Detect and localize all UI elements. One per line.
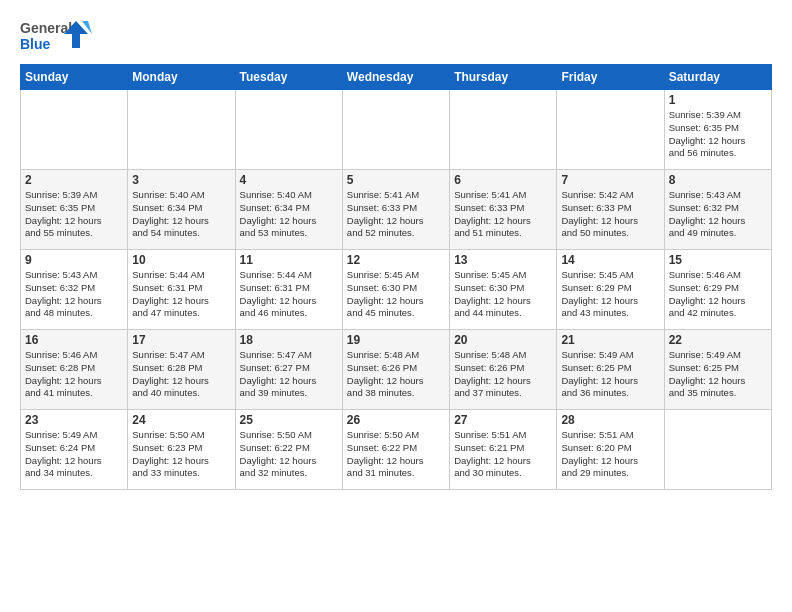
weekday-header-wednesday: Wednesday <box>342 65 449 90</box>
day-info: Sunrise: 5:46 AM Sunset: 6:28 PM Dayligh… <box>25 349 123 400</box>
calendar-cell: 27Sunrise: 5:51 AM Sunset: 6:21 PM Dayli… <box>450 410 557 490</box>
day-number: 2 <box>25 173 123 187</box>
calendar-cell: 28Sunrise: 5:51 AM Sunset: 6:20 PM Dayli… <box>557 410 664 490</box>
day-info: Sunrise: 5:39 AM Sunset: 6:35 PM Dayligh… <box>25 189 123 240</box>
calendar-cell: 16Sunrise: 5:46 AM Sunset: 6:28 PM Dayli… <box>21 330 128 410</box>
day-info: Sunrise: 5:43 AM Sunset: 6:32 PM Dayligh… <box>25 269 123 320</box>
calendar-cell: 19Sunrise: 5:48 AM Sunset: 6:26 PM Dayli… <box>342 330 449 410</box>
calendar-cell: 8Sunrise: 5:43 AM Sunset: 6:32 PM Daylig… <box>664 170 771 250</box>
logo: GeneralBlue <box>20 16 92 56</box>
calendar-cell: 20Sunrise: 5:48 AM Sunset: 6:26 PM Dayli… <box>450 330 557 410</box>
calendar-cell: 13Sunrise: 5:45 AM Sunset: 6:30 PM Dayli… <box>450 250 557 330</box>
calendar-cell <box>21 90 128 170</box>
calendar-cell <box>235 90 342 170</box>
calendar-cell: 17Sunrise: 5:47 AM Sunset: 6:28 PM Dayli… <box>128 330 235 410</box>
calendar-cell: 3Sunrise: 5:40 AM Sunset: 6:34 PM Daylig… <box>128 170 235 250</box>
calendar-cell: 1Sunrise: 5:39 AM Sunset: 6:35 PM Daylig… <box>664 90 771 170</box>
weekday-header-tuesday: Tuesday <box>235 65 342 90</box>
day-number: 10 <box>132 253 230 267</box>
week-row-4: 16Sunrise: 5:46 AM Sunset: 6:28 PM Dayli… <box>21 330 772 410</box>
day-number: 15 <box>669 253 767 267</box>
day-info: Sunrise: 5:45 AM Sunset: 6:30 PM Dayligh… <box>454 269 552 320</box>
day-info: Sunrise: 5:48 AM Sunset: 6:26 PM Dayligh… <box>347 349 445 400</box>
calendar-cell: 11Sunrise: 5:44 AM Sunset: 6:31 PM Dayli… <box>235 250 342 330</box>
day-number: 16 <box>25 333 123 347</box>
day-number: 22 <box>669 333 767 347</box>
day-number: 28 <box>561 413 659 427</box>
day-info: Sunrise: 5:51 AM Sunset: 6:21 PM Dayligh… <box>454 429 552 480</box>
calendar-cell: 25Sunrise: 5:50 AM Sunset: 6:22 PM Dayli… <box>235 410 342 490</box>
calendar-cell <box>342 90 449 170</box>
day-number: 12 <box>347 253 445 267</box>
day-info: Sunrise: 5:50 AM Sunset: 6:22 PM Dayligh… <box>347 429 445 480</box>
day-number: 11 <box>240 253 338 267</box>
day-info: Sunrise: 5:48 AM Sunset: 6:26 PM Dayligh… <box>454 349 552 400</box>
day-number: 3 <box>132 173 230 187</box>
day-number: 26 <box>347 413 445 427</box>
day-number: 18 <box>240 333 338 347</box>
week-row-2: 2Sunrise: 5:39 AM Sunset: 6:35 PM Daylig… <box>21 170 772 250</box>
day-info: Sunrise: 5:46 AM Sunset: 6:29 PM Dayligh… <box>669 269 767 320</box>
calendar-cell: 24Sunrise: 5:50 AM Sunset: 6:23 PM Dayli… <box>128 410 235 490</box>
calendar-cell: 5Sunrise: 5:41 AM Sunset: 6:33 PM Daylig… <box>342 170 449 250</box>
day-number: 8 <box>669 173 767 187</box>
calendar-cell: 14Sunrise: 5:45 AM Sunset: 6:29 PM Dayli… <box>557 250 664 330</box>
page: GeneralBlue SundayMondayTuesdayWednesday… <box>0 0 792 500</box>
day-info: Sunrise: 5:50 AM Sunset: 6:22 PM Dayligh… <box>240 429 338 480</box>
day-number: 25 <box>240 413 338 427</box>
day-number: 7 <box>561 173 659 187</box>
calendar-cell: 22Sunrise: 5:49 AM Sunset: 6:25 PM Dayli… <box>664 330 771 410</box>
weekday-header-sunday: Sunday <box>21 65 128 90</box>
day-info: Sunrise: 5:49 AM Sunset: 6:25 PM Dayligh… <box>669 349 767 400</box>
calendar-cell <box>450 90 557 170</box>
day-info: Sunrise: 5:49 AM Sunset: 6:25 PM Dayligh… <box>561 349 659 400</box>
calendar-cell: 12Sunrise: 5:45 AM Sunset: 6:30 PM Dayli… <box>342 250 449 330</box>
header-area: GeneralBlue <box>20 16 772 56</box>
calendar-cell: 7Sunrise: 5:42 AM Sunset: 6:33 PM Daylig… <box>557 170 664 250</box>
day-number: 20 <box>454 333 552 347</box>
day-number: 9 <box>25 253 123 267</box>
day-number: 6 <box>454 173 552 187</box>
weekday-header-thursday: Thursday <box>450 65 557 90</box>
day-info: Sunrise: 5:40 AM Sunset: 6:34 PM Dayligh… <box>240 189 338 240</box>
day-info: Sunrise: 5:39 AM Sunset: 6:35 PM Dayligh… <box>669 109 767 160</box>
calendar-cell: 10Sunrise: 5:44 AM Sunset: 6:31 PM Dayli… <box>128 250 235 330</box>
day-info: Sunrise: 5:43 AM Sunset: 6:32 PM Dayligh… <box>669 189 767 240</box>
calendar-cell: 6Sunrise: 5:41 AM Sunset: 6:33 PM Daylig… <box>450 170 557 250</box>
day-number: 21 <box>561 333 659 347</box>
week-row-5: 23Sunrise: 5:49 AM Sunset: 6:24 PM Dayli… <box>21 410 772 490</box>
day-number: 13 <box>454 253 552 267</box>
calendar-cell: 15Sunrise: 5:46 AM Sunset: 6:29 PM Dayli… <box>664 250 771 330</box>
day-info: Sunrise: 5:49 AM Sunset: 6:24 PM Dayligh… <box>25 429 123 480</box>
day-info: Sunrise: 5:41 AM Sunset: 6:33 PM Dayligh… <box>454 189 552 240</box>
day-info: Sunrise: 5:50 AM Sunset: 6:23 PM Dayligh… <box>132 429 230 480</box>
week-row-1: 1Sunrise: 5:39 AM Sunset: 6:35 PM Daylig… <box>21 90 772 170</box>
day-number: 14 <box>561 253 659 267</box>
svg-text:General: General <box>20 20 72 36</box>
day-number: 5 <box>347 173 445 187</box>
day-info: Sunrise: 5:41 AM Sunset: 6:33 PM Dayligh… <box>347 189 445 240</box>
day-info: Sunrise: 5:47 AM Sunset: 6:27 PM Dayligh… <box>240 349 338 400</box>
calendar-cell: 4Sunrise: 5:40 AM Sunset: 6:34 PM Daylig… <box>235 170 342 250</box>
weekday-header-row: SundayMondayTuesdayWednesdayThursdayFrid… <box>21 65 772 90</box>
day-info: Sunrise: 5:51 AM Sunset: 6:20 PM Dayligh… <box>561 429 659 480</box>
day-info: Sunrise: 5:45 AM Sunset: 6:30 PM Dayligh… <box>347 269 445 320</box>
calendar-cell <box>128 90 235 170</box>
day-info: Sunrise: 5:47 AM Sunset: 6:28 PM Dayligh… <box>132 349 230 400</box>
weekday-header-monday: Monday <box>128 65 235 90</box>
svg-text:Blue: Blue <box>20 36 51 52</box>
calendar-cell <box>664 410 771 490</box>
weekday-header-friday: Friday <box>557 65 664 90</box>
day-number: 23 <box>25 413 123 427</box>
calendar-table: SundayMondayTuesdayWednesdayThursdayFrid… <box>20 64 772 490</box>
day-info: Sunrise: 5:44 AM Sunset: 6:31 PM Dayligh… <box>240 269 338 320</box>
day-number: 1 <box>669 93 767 107</box>
day-number: 4 <box>240 173 338 187</box>
day-info: Sunrise: 5:42 AM Sunset: 6:33 PM Dayligh… <box>561 189 659 240</box>
logo-icon: GeneralBlue <box>20 16 92 56</box>
day-info: Sunrise: 5:40 AM Sunset: 6:34 PM Dayligh… <box>132 189 230 240</box>
day-info: Sunrise: 5:45 AM Sunset: 6:29 PM Dayligh… <box>561 269 659 320</box>
day-number: 19 <box>347 333 445 347</box>
calendar-cell <box>557 90 664 170</box>
day-number: 27 <box>454 413 552 427</box>
